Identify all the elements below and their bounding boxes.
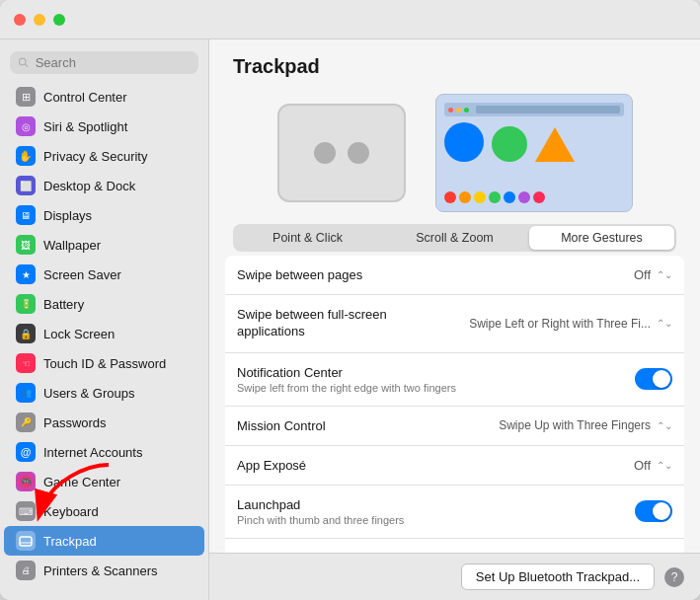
sidebar: ⊞ Control Center ◎ Siri & Spotlight ✋ Pr… bbox=[0, 39, 209, 600]
sidebar-item-wallpaper[interactable]: 🖼 Wallpaper bbox=[4, 230, 204, 260]
minimize-button[interactable] bbox=[34, 14, 45, 26]
sidebar-item-printers-scanners[interactable]: 🖨 Printers & Scanners bbox=[4, 556, 204, 585]
help-button[interactable]: ? bbox=[664, 567, 684, 587]
setting-label-launchpad: Launchpad Pinch with thumb and three fin… bbox=[237, 497, 404, 526]
sidebar-label-keyboard: Keyboard bbox=[43, 504, 99, 519]
printers-scanners-icon: 🖨 bbox=[16, 561, 36, 580]
chevron-icon-4: ⌃⌄ bbox=[657, 460, 672, 471]
search-input[interactable] bbox=[36, 55, 191, 70]
chevron-icon-3: ⌃⌄ bbox=[657, 420, 672, 431]
screen-saver-icon: ★ bbox=[16, 264, 36, 284]
color-dot-yellow bbox=[474, 191, 486, 203]
page-title: Trackpad bbox=[233, 55, 676, 78]
internet-accounts-icon: @ bbox=[16, 442, 36, 462]
toggle-launchpad[interactable] bbox=[635, 500, 672, 522]
control-center-icon: ⊞ bbox=[16, 87, 36, 107]
setting-swipe-fullscreen: Swipe between full-screen applications S… bbox=[225, 295, 684, 353]
svg-point-0 bbox=[19, 58, 26, 65]
sidebar-item-touch-id[interactable]: ☜ Touch ID & Password bbox=[4, 348, 204, 378]
sidebar-item-displays[interactable]: 🖥 Displays bbox=[4, 200, 204, 230]
trackpad-icon bbox=[16, 531, 36, 551]
close-button[interactable] bbox=[14, 14, 26, 26]
sidebar-label-wallpaper: Wallpaper bbox=[43, 238, 101, 253]
gesture-triangle-orange bbox=[535, 127, 575, 162]
chevron-icon-2: ⌃⌄ bbox=[657, 318, 672, 329]
sidebar-label-trackpad: Trackpad bbox=[43, 534, 97, 549]
displays-icon: 🖥 bbox=[16, 205, 36, 225]
tab-bar: Point & Click Scroll & Zoom More Gesture… bbox=[233, 224, 676, 252]
sidebar-item-passwords[interactable]: 🔑 Passwords bbox=[4, 408, 204, 437]
sidebar-label-displays: Displays bbox=[43, 208, 92, 223]
desktop-dock-icon: ⬜ bbox=[16, 176, 36, 195]
trackpad-graphic bbox=[277, 104, 406, 202]
gesture-shapes bbox=[444, 122, 624, 162]
tab-point-click[interactable]: Point & Click bbox=[235, 226, 380, 250]
lock-screen-icon: 🔒 bbox=[16, 324, 36, 343]
search-box[interactable] bbox=[10, 51, 198, 74]
settings-section: Swipe between pages Off ⌃⌄ Swipe between… bbox=[225, 256, 684, 553]
sidebar-label-touch-id: Touch ID & Password bbox=[43, 356, 166, 371]
sidebar-item-siri-spotlight[interactable]: ◎ Siri & Spotlight bbox=[4, 112, 204, 141]
sidebar-item-lock-screen[interactable]: 🔒 Lock Screen bbox=[4, 319, 204, 348]
color-dot-orange bbox=[459, 191, 471, 203]
sidebar-label-desktop-dock: Desktop & Dock bbox=[43, 179, 135, 193]
color-dot-blue bbox=[504, 191, 515, 203]
setting-value-swipe-fullscreen[interactable]: Swipe Left or Right with Three Fi... ⌃⌄ bbox=[469, 317, 672, 331]
sidebar-item-battery[interactable]: 🔋 Battery bbox=[4, 289, 204, 319]
game-center-icon: 🎮 bbox=[16, 472, 36, 491]
browser-dot-min bbox=[456, 108, 461, 112]
titlebar bbox=[0, 0, 700, 39]
browser-dot-close bbox=[448, 108, 453, 112]
svg-line-1 bbox=[25, 64, 28, 67]
setting-value-swipe-pages[interactable]: Off ⌃⌄ bbox=[634, 267, 672, 282]
tab-more-gestures[interactable]: More Gestures bbox=[529, 226, 674, 250]
sidebar-item-screen-saver[interactable]: ★ Screen Saver bbox=[4, 260, 204, 289]
color-dot-red bbox=[444, 191, 456, 203]
sidebar-label-passwords: Passwords bbox=[43, 415, 107, 430]
setup-bluetooth-button[interactable]: Set Up Bluetooth Trackpad... bbox=[461, 563, 655, 590]
sidebar-label-privacy: Privacy & Security bbox=[43, 149, 147, 164]
setting-launchpad: Launchpad Pinch with thumb and three fin… bbox=[225, 486, 684, 539]
setting-notification-center: Notification Center Swipe left from the … bbox=[225, 353, 684, 407]
tab-scroll-zoom[interactable]: Scroll & Zoom bbox=[382, 226, 527, 250]
maximize-button[interactable] bbox=[53, 14, 65, 26]
sidebar-item-game-center[interactable]: 🎮 Game Center bbox=[4, 467, 204, 496]
sidebar-item-control-center[interactable]: ⊞ Control Center bbox=[4, 82, 204, 112]
bottom-bar: Set Up Bluetooth Trackpad... ? bbox=[209, 553, 700, 600]
keyboard-icon: ⌨ bbox=[16, 501, 36, 521]
trackpad-dots bbox=[314, 142, 369, 164]
setting-mission-control: Mission Control Swipe Up with Three Fing… bbox=[225, 407, 684, 446]
sidebar-item-desktop-dock[interactable]: ⬜ Desktop & Dock bbox=[4, 171, 204, 200]
sidebar-label-printers-scanners: Printers & Scanners bbox=[43, 563, 158, 578]
gesture-circle-green bbox=[492, 126, 527, 162]
color-dot-purple bbox=[518, 191, 530, 203]
battery-icon: 🔋 bbox=[16, 294, 36, 314]
passwords-icon: 🔑 bbox=[16, 412, 36, 432]
chevron-icon: ⌃⌄ bbox=[657, 269, 672, 280]
sidebar-item-internet-accounts[interactable]: @ Internet Accounts bbox=[4, 437, 204, 467]
gesture-preview-inner bbox=[436, 95, 632, 211]
trackpad-dot-right bbox=[348, 142, 369, 164]
sidebar-item-users-groups[interactable]: 👥 Users & Groups bbox=[4, 378, 204, 408]
setting-swipe-pages: Swipe between pages Off ⌃⌄ bbox=[225, 256, 684, 295]
setting-app-expose: App Exposé Off ⌃⌄ bbox=[225, 446, 684, 486]
setting-show-desktop: Show Desktop Spread with thumb and three… bbox=[225, 539, 684, 553]
setting-label-swipe-pages: Swipe between pages bbox=[237, 267, 362, 282]
sidebar-item-trackpad[interactable]: Trackpad bbox=[4, 526, 204, 556]
touch-id-icon: ☜ bbox=[16, 353, 36, 373]
main-content: Trackpad bbox=[209, 39, 700, 600]
siri-icon: ◎ bbox=[16, 116, 36, 136]
gesture-color-dots bbox=[444, 191, 545, 203]
sidebar-item-privacy[interactable]: ✋ Privacy & Security bbox=[4, 141, 204, 171]
setting-value-mission-control[interactable]: Swipe Up with Three Fingers ⌃⌄ bbox=[499, 418, 672, 432]
setting-value-app-expose[interactable]: Off ⌃⌄ bbox=[634, 458, 672, 473]
trackpad-dot-left bbox=[314, 142, 336, 164]
gesture-preview bbox=[435, 94, 633, 212]
users-groups-icon: 👥 bbox=[16, 383, 36, 403]
sidebar-label-users-groups: Users & Groups bbox=[43, 386, 134, 401]
main-header: Trackpad bbox=[209, 39, 700, 86]
toggle-notification-center[interactable] bbox=[635, 368, 672, 390]
sidebar-item-keyboard[interactable]: ⌨ Keyboard bbox=[4, 496, 204, 526]
color-dot-pink bbox=[533, 191, 545, 203]
browser-dot-max bbox=[464, 108, 469, 112]
